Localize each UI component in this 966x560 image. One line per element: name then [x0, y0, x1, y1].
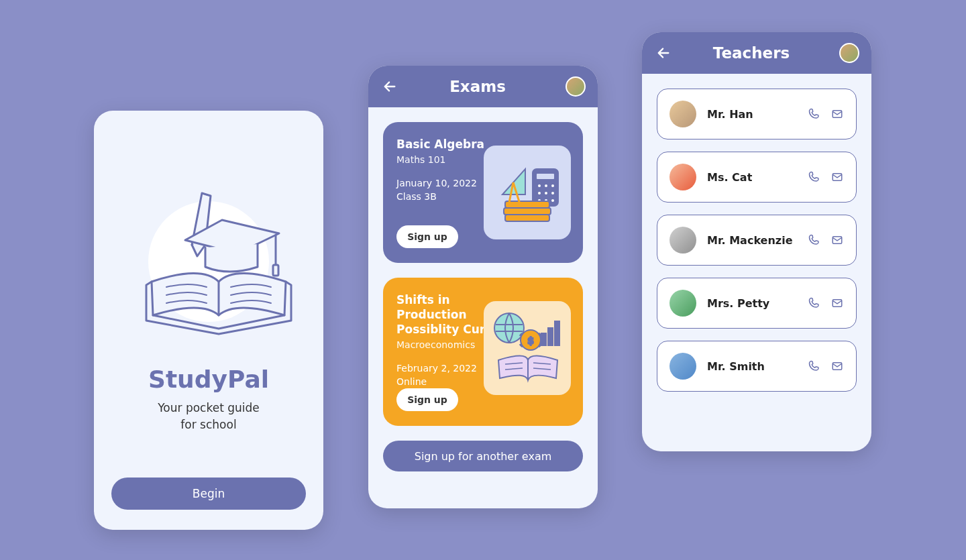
phone-icon[interactable]	[808, 233, 821, 247]
teacher-row[interactable]: Ms. Cat	[657, 152, 857, 203]
svg-rect-12	[505, 201, 549, 208]
teacher-name: Mr. Smith	[707, 360, 797, 373]
mail-icon[interactable]	[830, 359, 844, 373]
begin-button[interactable]: Begin	[111, 478, 306, 510]
svg-rect-19	[548, 328, 553, 345]
page-title: Exams	[390, 78, 566, 95]
phone-icon[interactable]	[808, 170, 821, 184]
phone-icon[interactable]	[808, 359, 821, 373]
mail-icon[interactable]	[830, 107, 844, 121]
svg-point-5	[551, 184, 555, 188]
svg-rect-2	[536, 173, 555, 180]
econ-illustration: $	[484, 301, 571, 395]
svg-point-7	[544, 191, 548, 195]
math-illustration	[484, 146, 571, 239]
exams-list: Basic Algebra Maths 101 January 10, 2022…	[368, 107, 598, 508]
teacher-avatar	[669, 353, 696, 380]
signup-button[interactable]: Sign up	[396, 225, 458, 248]
exams-header: Exams	[368, 66, 598, 107]
svg-rect-20	[555, 321, 559, 345]
svg-rect-13	[504, 208, 551, 215]
svg-text:$: $	[527, 335, 534, 346]
teachers-header: Teachers	[642, 32, 871, 74]
teacher-name: Mr. Han	[707, 108, 797, 121]
exams-screen: Exams Basic Algebra Maths 101 January 10…	[368, 66, 598, 508]
svg-rect-14	[505, 215, 549, 221]
signup-another-button[interactable]: Sign up for another exam	[383, 441, 583, 471]
svg-point-4	[544, 184, 548, 188]
teacher-row[interactable]: Mr. Smith	[657, 341, 857, 392]
svg-point-3	[537, 184, 541, 188]
svg-point-15	[494, 313, 524, 343]
svg-point-11	[551, 199, 555, 203]
teacher-row[interactable]: Mr. Mackenzie	[657, 215, 857, 266]
book-cap-pencil-icon	[125, 181, 292, 342]
user-avatar[interactable]	[566, 76, 586, 97]
app-tagline: Your pocket guide for school	[158, 400, 260, 433]
teacher-row[interactable]: Mrs. Petty	[657, 278, 857, 329]
teachers-screen: Teachers Mr. Han Ms. Cat Mr. Mackenzie	[642, 32, 871, 451]
phone-icon[interactable]	[808, 296, 821, 310]
svg-point-6	[537, 191, 541, 195]
economics-icon: $	[489, 308, 566, 388]
svg-rect-0	[273, 265, 278, 276]
welcome-illustration	[125, 171, 292, 352]
page-title: Teachers	[663, 44, 839, 62]
teacher-avatar	[669, 164, 696, 190]
mail-icon[interactable]	[830, 233, 844, 247]
svg-point-8	[551, 191, 555, 195]
teacher-name: Ms. Cat	[707, 171, 797, 184]
mail-icon[interactable]	[830, 296, 844, 310]
phone-icon[interactable]	[808, 107, 821, 121]
math-tools-icon	[490, 156, 564, 229]
teacher-avatar	[669, 290, 696, 317]
exam-card-algebra[interactable]: Basic Algebra Maths 101 January 10, 2022…	[383, 122, 583, 263]
teacher-name: Mrs. Petty	[707, 297, 797, 310]
mail-icon[interactable]	[830, 170, 844, 184]
svg-rect-18	[541, 333, 546, 345]
teacher-name: Mr. Mackenzie	[707, 234, 797, 247]
teacher-avatar	[669, 101, 696, 127]
exam-card-econ[interactable]: Shifts in Production Possiblity Curve Ma…	[383, 278, 583, 426]
teacher-row[interactable]: Mr. Han	[657, 89, 857, 139]
app-title: StudyPal	[148, 366, 269, 393]
user-avatar[interactable]	[839, 43, 859, 63]
teachers-list: Mr. Han Ms. Cat Mr. Mackenzie Mr	[642, 74, 871, 451]
welcome-screen: StudyPal Your pocket guide for school Be…	[94, 111, 323, 530]
teacher-avatar	[669, 227, 696, 254]
signup-button[interactable]: Sign up	[396, 388, 458, 411]
